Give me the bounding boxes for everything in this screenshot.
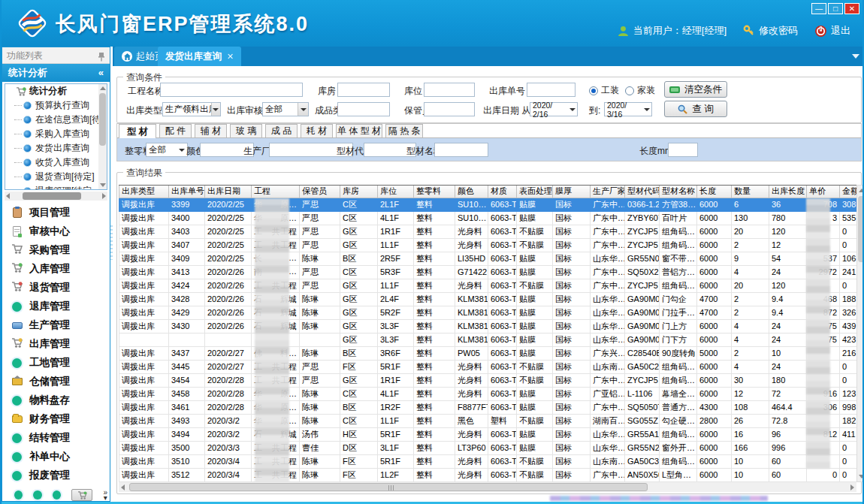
material-tab-4[interactable]: 成 品 [265,124,298,137]
sidebar-item-clipboard[interactable]: 项目管理 [5,204,107,222]
table-row[interactable]: 调拨出库34372020/2/27佛料…陈琳B区3R6F整料PW056063-T… [119,346,857,360]
change-password-button[interactable]: 修改密码 [743,24,798,38]
module-dot-icon[interactable] [33,490,41,499]
column-header[interactable]: 出库日期 [205,186,252,198]
column-header[interactable]: 工程 [252,186,300,198]
table-row[interactable]: 调拨出库34582020/2/28华原…陈琳C区4L1F整料光身料6063-T5… [119,387,857,400]
table-row[interactable]: 调拨出库34132020/2/26南…严思C区5R3F整料G714226063-… [119,265,857,279]
sidebar-item-checklist[interactable]: 审核中心 [5,222,107,240]
scroll-down-icon[interactable] [100,183,106,187]
material-tab-5[interactable]: 耗 材 [301,124,333,137]
sidebar-item-cart-return[interactable]: 退货管理 [5,279,107,297]
column-header[interactable]: 数量 [732,186,769,198]
column-header[interactable]: 保管员 [300,186,340,198]
tree-item[interactable]: 退库管理[待定 [5,184,107,190]
column-header[interactable]: 整零料 [414,186,455,198]
search-button[interactable]: 查 询 [664,101,727,117]
tree-item[interactable]: 预算执行查询 [5,98,107,113]
profile-name-input[interactable] [434,143,488,157]
sidebar-section-statistics[interactable]: 统计分析 « [2,64,110,82]
sidebar-item-dot[interactable]: 结转管理 [5,429,107,447]
table-row[interactable]: 调拨出库35002020/3/3工共工程曹佳D区3L1F整料LT3P606063… [119,441,857,454]
tree-item[interactable]: 收货入库查询 [5,155,107,170]
table-row[interactable]: 调拨出库34452020/2/27工共工程严思F区5R1F整料光身料6063-T… [119,360,857,373]
material-tab-0[interactable]: 型 材 [119,124,156,138]
column-header[interactable]: 表面处理 [517,186,553,198]
table-row[interactable]: 调拨出库34092020/2/25长…陈琳B区2R5F整料LI35HD6063-… [119,252,857,265]
sidebar-item-cart-out[interactable]: 出库管理 [5,335,107,353]
sidebar-item-folder[interactable]: 财务管理 [5,410,107,428]
scrollbar-thumb[interactable] [99,93,106,146]
chevron-down-icon[interactable] [642,103,651,116]
sidebar-item-dot[interactable]: 工地管理 [5,354,107,372]
project-name-input[interactable] [160,83,303,97]
tab-outbound-query[interactable]: 发货出库查询 ✕ [158,47,241,66]
product-type-input[interactable] [337,102,390,116]
radio-home-decoration[interactable]: 家装 [625,84,655,97]
table-row[interactable]: 调拨出库34542020/2/28工共工程严思G区1R1F整料光身料6063-T… [119,373,857,387]
column-header[interactable]: 出库类型 [119,186,169,198]
scroll-left-icon[interactable] [121,484,125,490]
whole-piece-combo[interactable]: 全部 [146,143,188,157]
table-row[interactable]: 调拨出库34942020/3/2石辉城汤伟H区5R1F整料光身料6063-T5贴… [119,427,857,441]
sidebar-item-cart-in[interactable]: 入库管理 [5,260,107,278]
scroll-right-icon[interactable] [102,193,106,199]
scrollbar-thumb[interactable] [858,196,864,262]
table-row[interactable]: 调拨出库34002020/2/25华原…严思C区4L1F整料SU10…6063-… [119,211,857,225]
sidebar-item-machine[interactable]: 生产管理 [5,316,107,334]
scroll-right-icon[interactable] [850,484,854,490]
out-type-combo[interactable]: 生产领料出库 [162,102,221,116]
warehouse-input[interactable] [337,83,390,97]
table-horizontal-scrollbar[interactable] [119,482,856,492]
column-header[interactable]: 颜色 [455,186,488,198]
table-row[interactable]: 调拨出库35102020/3/4工共工程陈琳F区5R1F整料光身料6063-T5… [119,454,857,468]
table-row[interactable]: 调拨出库34292020/2/26石辉城陈琳G区5R2F整料KLM3817606… [119,306,857,319]
length-input[interactable] [668,143,698,157]
material-tab-7[interactable]: 隔 热 条 [385,124,423,137]
chevron-down-icon[interactable] [211,103,220,116]
tree-vertical-scrollbar[interactable] [98,84,107,189]
material-tab-2[interactable]: 辅 材 [195,124,227,137]
material-tab-3[interactable]: 玻 璃 [230,124,262,137]
sidebar-item-dot[interactable]: 退库管理 [5,297,107,315]
table-row[interactable]: 调拨出库34242020/2/26工共工程严思G区1L1F整料光身料6063-T… [119,279,857,292]
audit-combo[interactable]: 全部 [262,102,309,116]
column-header[interactable]: 型材代码 [625,186,660,198]
collapse-icon[interactable]: « [98,64,104,82]
date-from-picker[interactable]: 2020/ 2/16 [530,102,578,116]
column-header[interactable]: 库房 [340,186,378,198]
tree-item[interactable]: 退货查询[待定] [5,170,107,184]
table-row[interactable]: 调拨出库34032020/2/25工共工程严思G区1R1F整料光身料6063-T… [119,225,857,238]
chevron-down-icon[interactable] [567,103,577,116]
module-dot-icon[interactable] [14,490,23,499]
tree-item[interactable]: 采购入库查询 [5,127,107,141]
cart-module-button[interactable] [71,489,92,501]
module-dot-icon[interactable] [53,490,61,499]
column-header[interactable]: 生产厂家 [591,186,625,198]
column-header[interactable]: 出库长度 [769,186,807,198]
column-header[interactable]: 型材名称 [660,186,697,198]
tab-list-dropdown-icon[interactable] [852,54,859,59]
logout-button[interactable]: 退出 [814,24,850,38]
column-header[interactable]: 库位 [378,186,414,198]
keeper-input[interactable] [424,102,475,116]
date-to-picker[interactable]: 2020/ 3/16 [604,102,652,116]
tree-root-statistics[interactable]: 统计分析 [5,84,107,98]
column-header[interactable]: 单价 [807,186,840,198]
tree-item[interactable]: 在途信息查询[待 [5,113,107,127]
column-header[interactable]: 材质 [488,186,517,198]
column-header[interactable]: 出库单号 [169,186,205,198]
table-row[interactable]: 调拨出库34932020/3/2华原…陈琳C区1L1F整料黑色塑料不贴膜国标湖南… [119,414,857,427]
table-row[interactable]: 调拨出库35122020/3/4工共工程陈琳F区1L2F整料光身料6063-T5… [119,468,857,481]
scroll-up-icon[interactable] [859,189,864,192]
scroll-up-icon[interactable] [100,86,106,90]
scroll-left-icon[interactable] [6,193,10,199]
table-row[interactable]: 调拨出库34282020/2/26石辉城陈琳G区2L4F整料KLM3817606… [119,292,857,306]
table-vertical-scrollbar[interactable] [856,185,864,482]
tree-item[interactable]: 发货出库查询 [5,141,107,155]
column-header[interactable]: 膜厚 [553,186,591,198]
tree-horizontal-scrollbar[interactable] [5,192,107,201]
sidebar-item-warehouse[interactable]: 仓储管理 [5,373,107,391]
close-button[interactable]: ✕ [844,3,859,14]
scrollbar-thumb[interactable] [129,483,648,491]
